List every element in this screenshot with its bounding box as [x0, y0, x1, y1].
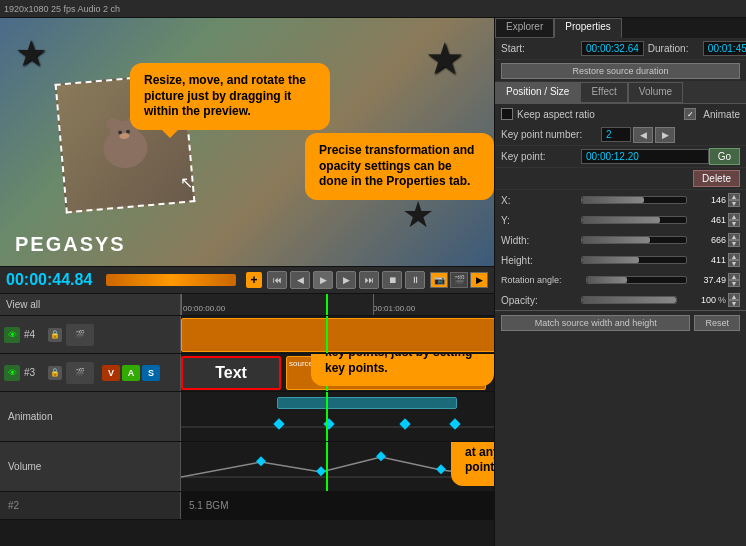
preview-overlay[interactable]: ★ ★ ★ ↖ PEGASYS Resize, move, and rotate…: [0, 18, 494, 266]
tick-1: [373, 294, 374, 315]
slider-height-down[interactable]: ▼: [728, 260, 740, 267]
tick-0: [181, 294, 182, 315]
duration-value[interactable]: 00:01:45.24: [703, 41, 746, 56]
slider-y-row: Y: 461 ▲ ▼: [495, 210, 746, 230]
clip-4-main[interactable]: [181, 318, 494, 352]
track-eye-4[interactable]: 👁: [4, 327, 20, 343]
skip-back-btn[interactable]: ⏮: [267, 271, 287, 289]
slider-rotation-row: Rotation angle: 37.49 ▲ ▼: [495, 270, 746, 290]
track-row-animation: Animation: [0, 392, 494, 442]
keypoint-prev-btn[interactable]: ◀: [633, 127, 653, 143]
track-header-4: 👁 #4 🔒 🎬: [0, 316, 181, 353]
tab-explorer[interactable]: Explorer: [495, 18, 554, 38]
view-all-button[interactable]: View all: [0, 294, 181, 315]
right-panel: Explorer Properties Start: 00:00:32.64 D…: [494, 18, 746, 546]
slider-height-fill: [582, 257, 639, 263]
slider-y-down[interactable]: ▼: [728, 220, 740, 227]
prev-frame-btn[interactable]: ◀: [290, 271, 310, 289]
sub-tabs: Position / Size Effect Volume: [495, 82, 746, 104]
sub-tab-volume[interactable]: Volume: [628, 82, 683, 103]
slider-rotation-track[interactable]: [586, 276, 687, 284]
output-btn2[interactable]: 🎬: [450, 272, 468, 288]
pause-btn[interactable]: ⏸: [405, 271, 425, 289]
slider-opacity-row: Opacity: 100 % ▲ ▼: [495, 290, 746, 310]
slider-y-up[interactable]: ▲: [728, 213, 740, 220]
track-cam-3[interactable]: 🎬: [66, 362, 94, 384]
slider-x-up[interactable]: ▲: [728, 193, 740, 200]
slider-width-row: Width: 666 ▲ ▼: [495, 230, 746, 250]
tooltip-animate: You can animate with motion or rotation …: [311, 354, 494, 386]
slider-opacity-track[interactable]: [581, 296, 677, 304]
slider-y-value: 461: [690, 215, 726, 225]
vas-btns: V A S: [102, 365, 160, 381]
slider-x-row: X: 146 ▲ ▼: [495, 190, 746, 210]
slider-height-up[interactable]: ▲: [728, 253, 740, 260]
slider-height-track[interactable]: [581, 256, 687, 264]
time-display: 00:00:44.84: [6, 271, 92, 289]
restore-source-btn[interactable]: Restore source duration: [501, 63, 740, 79]
animate-checkbox[interactable]: ✓: [684, 108, 696, 120]
track-lock-3[interactable]: 🔒: [48, 366, 62, 380]
track-content-2[interactable]: 5.1 BGM: [181, 492, 494, 519]
position-bar[interactable]: [106, 274, 236, 286]
go-button[interactable]: Go: [709, 148, 740, 165]
output-btn1[interactable]: 📷: [430, 272, 448, 288]
track-row-2: #2 5.1 BGM: [0, 492, 494, 520]
track-eye-3[interactable]: 👁: [4, 365, 20, 381]
next-frame-btn[interactable]: ▶: [336, 271, 356, 289]
a-button[interactable]: A: [122, 365, 140, 381]
tab-properties[interactable]: Properties: [554, 18, 622, 38]
keypoint-time-row: Key point: 00:00:12.20 Go: [495, 146, 746, 168]
pegasys-logo: PEGASYS: [15, 233, 126, 256]
slider-rotation-up[interactable]: ▲: [728, 273, 740, 280]
track-content-4[interactable]: [181, 316, 494, 353]
skip-fwd-btn[interactable]: ⏭: [359, 271, 379, 289]
track-content-animation[interactable]: [181, 392, 494, 441]
slider-opacity-up[interactable]: ▲: [728, 293, 740, 300]
sub-tab-position[interactable]: Position / Size: [495, 82, 580, 103]
keypoint-time-label: Key point:: [501, 151, 581, 162]
keypoint-num-value[interactable]: 2: [601, 127, 631, 142]
camera-icons: 📷 🎬 ▶: [430, 272, 488, 288]
top-bar: 1920x1080 25 fps Audio 2 ch: [0, 0, 746, 18]
reset-btn[interactable]: Reset: [694, 315, 740, 331]
add-button[interactable]: +: [246, 272, 262, 288]
slider-width-down[interactable]: ▼: [728, 240, 740, 247]
track-lock-4[interactable]: 🔒: [48, 328, 62, 342]
svg-rect-12: [436, 464, 446, 474]
start-value[interactable]: 00:00:32.64: [581, 41, 644, 56]
tooltip-resize: Resize, move, and rotate the picture jus…: [130, 63, 330, 130]
keep-aspect-checkbox[interactable]: [501, 108, 513, 120]
slider-x-down[interactable]: ▼: [728, 200, 740, 207]
track-num-3: #3: [24, 367, 44, 378]
slider-opacity-down[interactable]: ▼: [728, 300, 740, 307]
keyframe-range-bar[interactable]: [277, 397, 457, 409]
slider-width-track[interactable]: [581, 236, 687, 244]
match-source-btn[interactable]: Match source width and height: [501, 315, 690, 331]
volume-curve: [181, 442, 494, 491]
delete-button[interactable]: Delete: [693, 170, 740, 187]
slider-y-track[interactable]: [581, 216, 687, 224]
slider-width-up[interactable]: ▲: [728, 233, 740, 240]
text-clip[interactable]: Text: [181, 356, 281, 390]
keypoint-next-btn[interactable]: ▶: [655, 127, 675, 143]
keypoint-time-value[interactable]: 00:00:12.20: [581, 149, 709, 164]
slider-x-label: X:: [501, 195, 581, 206]
cursor-icon: ↖: [180, 173, 193, 192]
track-content-3[interactable]: Text source / source data You can animat…: [181, 354, 494, 391]
playhead-volume: [326, 442, 328, 491]
slider-x-track[interactable]: [581, 196, 687, 204]
s-button[interactable]: S: [142, 365, 160, 381]
stop-btn[interactable]: ⏹: [382, 271, 402, 289]
output-btn3[interactable]: ▶: [470, 272, 488, 288]
track-cam-4[interactable]: 🎬: [66, 324, 94, 346]
timeline-ruler[interactable]: 00:00:00.00 00:01:00.00 00:02:00.00: [181, 294, 494, 315]
slider-rotation-down[interactable]: ▼: [728, 280, 740, 287]
track-content-volume[interactable]: Audio volume can be changed at any point…: [181, 442, 494, 491]
timeline-ruler-row: View all 00:00:00.00 00:01:00.00 00:02:0…: [0, 294, 494, 316]
track-header-volume: Volume: [0, 442, 181, 491]
v-button[interactable]: V: [102, 365, 120, 381]
sub-tab-effect[interactable]: Effect: [580, 82, 627, 103]
slider-opacity-fill: [582, 297, 676, 303]
play-btn[interactable]: ▶: [313, 271, 333, 289]
